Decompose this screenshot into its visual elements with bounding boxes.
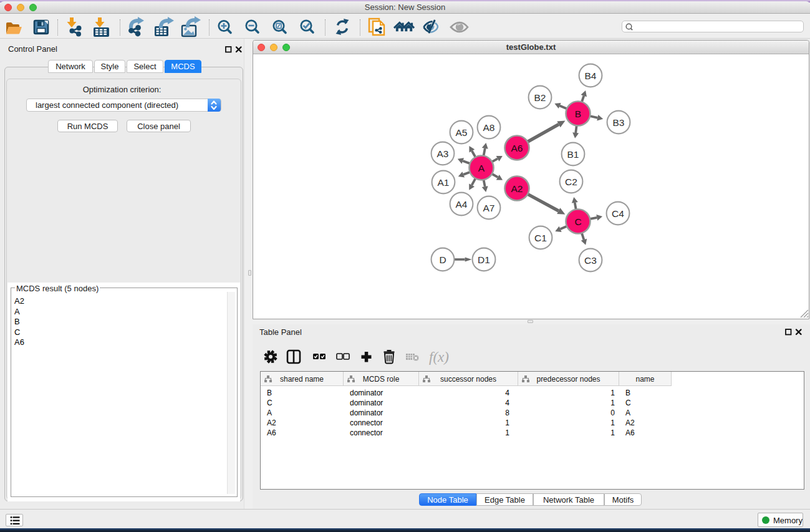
svg-text:A6: A6 bbox=[511, 143, 523, 153]
svg-text:A3: A3 bbox=[437, 148, 449, 159]
svg-text:A7: A7 bbox=[483, 203, 495, 213]
svg-text:B4: B4 bbox=[585, 70, 597, 81]
svg-text:C1: C1 bbox=[534, 233, 547, 243]
svg-text:A5: A5 bbox=[456, 127, 468, 138]
svg-text:B3: B3 bbox=[613, 117, 625, 128]
svg-text:C4: C4 bbox=[612, 208, 624, 219]
svg-text:C3: C3 bbox=[584, 255, 597, 266]
svg-text:B: B bbox=[575, 109, 581, 119]
svg-text:D: D bbox=[439, 254, 446, 265]
svg-text:C: C bbox=[574, 216, 581, 227]
svg-text:A4: A4 bbox=[456, 199, 468, 210]
svg-text:B2: B2 bbox=[534, 92, 546, 103]
svg-text:C2: C2 bbox=[565, 177, 577, 187]
svg-text:A1: A1 bbox=[438, 177, 450, 188]
svg-text:A: A bbox=[478, 163, 485, 173]
svg-text:f(x): f(x) bbox=[429, 349, 449, 365]
svg-text:B1: B1 bbox=[567, 149, 579, 160]
svg-text:A2: A2 bbox=[511, 183, 523, 194]
svg-text:A8: A8 bbox=[483, 122, 495, 133]
svg-text:D1: D1 bbox=[478, 254, 490, 265]
